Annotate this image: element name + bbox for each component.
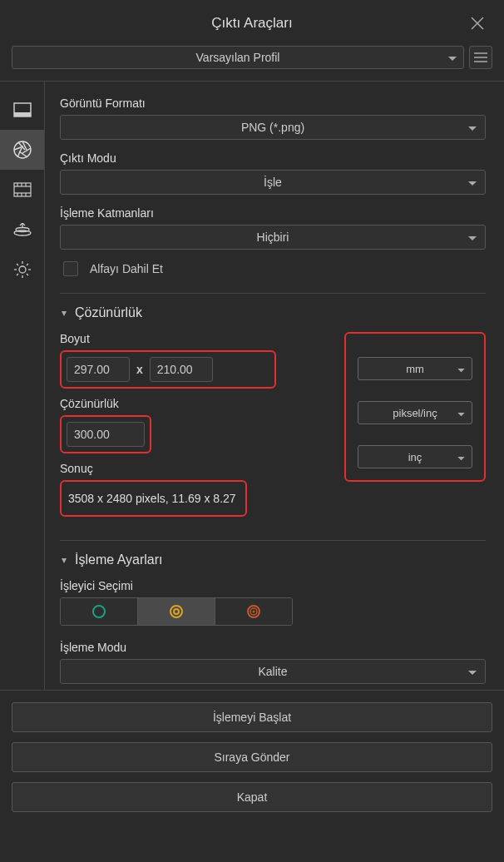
svg-line-25 [17, 264, 18, 265]
svg-point-29 [93, 606, 105, 617]
chevron-down-icon [468, 121, 477, 134]
render-title: İşleme Ayarları [75, 552, 163, 567]
mode-value: İşle [264, 176, 282, 189]
alpha-label: Alfayı Dahil Et [90, 262, 163, 275]
chevron-down-icon [448, 51, 457, 64]
size-width-input[interactable]: 297.00 [67, 357, 130, 382]
result-value: 3508 x 2480 pixels, 11.69 x 8.27 [67, 487, 240, 510]
tab-aperture[interactable] [0, 130, 44, 170]
svg-point-34 [253, 611, 255, 613]
unit-size-value: mm [406, 363, 424, 375]
svg-point-20 [19, 266, 26, 273]
unit-res-select[interactable]: piksel/inç [358, 401, 472, 424]
resolution-input[interactable]: 300.00 [67, 422, 145, 447]
profile-value: Varsayılan Profil [196, 51, 280, 64]
resolution-section-header[interactable]: ▾ Çözünürlük [62, 305, 486, 320]
render-mode-select[interactable]: Kalite [60, 659, 486, 684]
window-title: Çıktı Araçları [211, 15, 292, 32]
svg-line-26 [27, 274, 28, 275]
render-mode-label: İşleme Modu [60, 641, 486, 654]
profile-select[interactable]: Varsayılan Profil [12, 46, 464, 69]
chevron-down-icon [468, 176, 477, 189]
render-mode-value: Kalite [258, 665, 287, 678]
svg-line-28 [17, 274, 18, 275]
size-x: x [136, 363, 143, 376]
chevron-down-icon [457, 451, 465, 463]
svg-rect-8 [14, 183, 31, 196]
close-icon[interactable] [466, 12, 489, 35]
chevron-down-icon [457, 363, 465, 375]
chevron-down-icon [468, 665, 477, 678]
layers-select[interactable]: Hiçbiri [60, 225, 486, 250]
chevron-down-icon: ▾ [62, 307, 67, 319]
tab-stack[interactable] [0, 210, 44, 250]
close-button[interactable]: Kapat [12, 782, 492, 812]
alpha-checkbox[interactable] [63, 261, 78, 276]
format-select[interactable]: PNG (*.png) [60, 115, 486, 140]
svg-point-31 [174, 609, 179, 614]
renderer-label: İşleyici Seçimi [60, 579, 486, 592]
unit-column: mm piksel/inç inç [344, 332, 486, 482]
tab-film[interactable] [0, 170, 44, 210]
resolution-title: Çözünürlük [75, 305, 142, 320]
svg-point-18 [16, 228, 29, 232]
layers-value: Hiçbiri [257, 230, 289, 244]
format-label: Görüntü Formatı [60, 97, 486, 110]
svg-line-27 [27, 264, 28, 265]
chevron-down-icon [457, 407, 465, 419]
unit-result-select[interactable]: inç [358, 445, 472, 468]
format-value: PNG (*.png) [241, 121, 304, 134]
result-label: Sonuç [60, 462, 276, 475]
svg-point-30 [170, 606, 182, 617]
unit-size-select[interactable]: mm [358, 357, 472, 380]
profile-menu-button[interactable] [469, 46, 492, 69]
unit-res-value: piksel/inç [393, 407, 437, 419]
svg-rect-6 [14, 112, 31, 116]
layers-label: İşleme Katmanları [60, 206, 486, 220]
size-label: Boyut [60, 332, 276, 345]
mode-select[interactable]: İşle [60, 170, 486, 195]
renderer-option-3[interactable] [215, 598, 292, 625]
chevron-down-icon [468, 230, 477, 244]
size-height-input[interactable]: 210.00 [150, 357, 213, 382]
chevron-down-icon: ▾ [62, 554, 67, 566]
res-label: Çözünürlük [60, 397, 276, 410]
tab-sun[interactable] [0, 250, 44, 290]
renderer-option-1[interactable] [61, 598, 138, 625]
mode-label: Çıktı Modu [60, 151, 486, 165]
renderer-selector [60, 597, 293, 626]
renderer-option-2[interactable] [138, 598, 215, 625]
unit-result-value: inç [408, 451, 422, 463]
tab-image[interactable] [0, 90, 44, 130]
start-button[interactable]: İşlemeyi Başlat [12, 702, 492, 732]
queue-button[interactable]: Sıraya Gönder [12, 742, 492, 772]
render-section-header[interactable]: ▾ İşleme Ayarları [62, 552, 486, 567]
